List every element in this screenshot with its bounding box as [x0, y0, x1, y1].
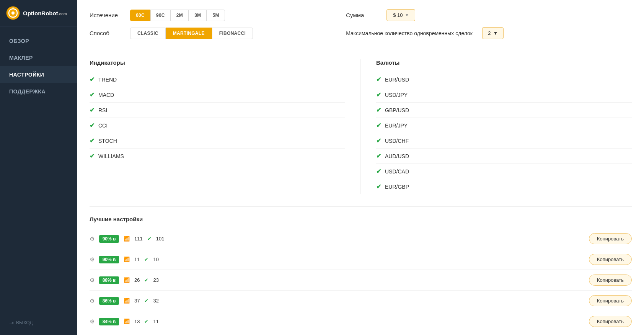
logout-icon: ⇥ — [9, 320, 14, 326]
check-icon-gbpusd: ✔ — [376, 106, 381, 114]
gear-icon-3[interactable]: ⚙ — [90, 277, 95, 284]
gear-icon-2[interactable]: ⚙ — [90, 256, 95, 263]
logout-button[interactable]: ⇥ ВЫХОД — [0, 314, 77, 331]
check-icon-row1: ✔ — [147, 236, 152, 242]
pct-badge-3: 88% в — [99, 276, 119, 284]
indicator-rsi-label: RSI — [98, 107, 107, 113]
expiry-btn-group: 60С 90С 2М 3М 5М — [130, 10, 225, 21]
method-classic[interactable]: CLASSIC — [130, 28, 166, 39]
max-deals-value: 2 — [488, 30, 491, 36]
check-icon-usdchf: ✔ — [376, 137, 381, 144]
bars-value-3: 26 — [134, 277, 140, 283]
expiry-group: Истечение 60С 90С 2М 3М 5М — [90, 9, 328, 21]
expiry-60s[interactable]: 60С — [130, 10, 150, 21]
sidebar-nav: ОБЗОР МАКЛЕР НАСТРОЙКИ ПОДДЕРЖКА — [0, 33, 77, 314]
sum-label: Сумма — [346, 12, 380, 18]
check-icon-eurgbp: ✔ — [376, 183, 381, 190]
copy-button-5[interactable]: Копировать — [589, 316, 632, 327]
sidebar-item-makler[interactable]: МАКЛЕР — [0, 49, 77, 66]
sidebar-item-obzor[interactable]: ОБЗОР — [0, 33, 77, 49]
expiry-90s[interactable]: 90С — [150, 10, 171, 21]
indicator-macd-label: MACD — [98, 92, 114, 98]
top-controls: Истечение 60С 90С 2М 3М 5М Сумма $ 10 ▼ — [90, 9, 632, 21]
copy-button-2[interactable]: Копировать — [589, 254, 632, 265]
checks-value-5: 11 — [153, 319, 158, 324]
separator-2 — [90, 206, 632, 207]
pct-badge-2: 90% в — [99, 256, 119, 263]
settings-row-2: ⚙ 90% в 📶 11 ✔ 10 Копировать — [90, 249, 632, 270]
indicator-trend-label: TREND — [98, 77, 117, 83]
indicator-williams-label: WILLIAMS — [98, 153, 124, 159]
sidebar-item-podderzhka[interactable]: ПОДДЕРЖКА — [0, 83, 77, 100]
check-icon-macd: ✔ — [90, 91, 95, 98]
currencies-section: Валюты ✔ EUR/USD ✔ USD/JPY ✔ GBP/USD ✔ E… — [361, 59, 632, 194]
checks-value-3: 23 — [153, 277, 158, 283]
copy-button-4[interactable]: Копировать — [589, 295, 632, 306]
expiry-5m[interactable]: 5М — [207, 10, 225, 21]
copy-button-3[interactable]: Копировать — [589, 275, 632, 286]
sidebar: OptionRobot.com ОБЗОР МАКЛЕР НАСТРОЙКИ П… — [0, 0, 77, 335]
gear-icon-5[interactable]: ⚙ — [90, 318, 95, 325]
method-martingale[interactable]: MARTINGALE — [166, 28, 212, 39]
copy-button-1[interactable]: Копировать — [589, 233, 632, 244]
separator-1 — [90, 50, 632, 50]
sum-button[interactable]: $ 10 ▼ — [386, 9, 415, 21]
method-controls: Способ CLASSIC MARTINGALE FIBONACCI Макс… — [90, 27, 632, 39]
method-label: Способ — [90, 30, 124, 36]
currency-eurjpy: ✔ EUR/JPY — [376, 118, 632, 133]
max-deals-group: Максимальное количество одновременных сд… — [346, 27, 632, 39]
currency-eurgbp: ✔ EUR/GBP — [376, 179, 632, 194]
currency-audusd-label: AUD/USD — [385, 153, 409, 159]
currency-gbpusd-label: GBP/USD — [385, 107, 409, 113]
expiry-2m[interactable]: 2М — [171, 10, 189, 21]
bar-icon-5: 📶 — [124, 319, 130, 324]
sum-arrow: ▼ — [405, 13, 409, 17]
currency-usdcad: ✔ USD/CAD — [376, 164, 632, 179]
pct-badge-5: 84% в — [99, 318, 119, 325]
check-icon-usdjpy: ✔ — [376, 91, 381, 98]
sidebar-item-nastrojki[interactable]: НАСТРОЙКИ — [0, 66, 77, 83]
check-icon-row4: ✔ — [144, 298, 148, 304]
currency-usdchf-label: USD/CHF — [385, 138, 409, 144]
gear-icon-1[interactable]: ⚙ — [90, 235, 95, 242]
max-deals-label: Максимальное количество одновременных сд… — [346, 30, 476, 36]
gear-icon-4[interactable]: ⚙ — [90, 297, 95, 304]
logo: OptionRobot.com — [0, 0, 77, 26]
sum-group: Сумма $ 10 ▼ — [346, 9, 632, 21]
check-icon-rsi: ✔ — [90, 106, 95, 114]
bar-icon-2: 📶 — [124, 257, 130, 262]
settings-row-3: ⚙ 88% в 📶 26 ✔ 23 Копировать — [90, 270, 632, 291]
check-icon-stoch: ✔ — [90, 137, 95, 144]
check-icon-eurjpy: ✔ — [376, 122, 381, 129]
currency-eurusd-label: EUR/USD — [385, 77, 409, 83]
method-btn-group: CLASSIC MARTINGALE FIBONACCI — [130, 28, 253, 39]
currency-audusd: ✔ AUD/USD — [376, 149, 632, 164]
currency-usdcad-label: USD/CAD — [385, 168, 409, 175]
logo-text: OptionRobot.com — [23, 10, 67, 16]
expiry-3m[interactable]: 3М — [189, 10, 207, 21]
currencies-title: Валюты — [376, 59, 632, 66]
svg-point-2 — [11, 11, 15, 15]
currency-eurgbp-label: EUR/GBP — [385, 184, 409, 190]
logout-label: ВЫХОД — [16, 320, 33, 325]
max-deals-button[interactable]: 2 ▼ — [482, 27, 504, 39]
currency-eurjpy-label: EUR/JPY — [385, 123, 408, 129]
main-content: Истечение 60С 90С 2М 3М 5М Сумма $ 10 ▼ … — [77, 0, 644, 335]
checks-value-4: 32 — [153, 298, 158, 304]
method-fibonacci[interactable]: FIBONACCI — [212, 28, 253, 39]
indicator-rsi: ✔ RSI — [90, 103, 345, 118]
settings-row-4: ⚙ 86% в 📶 37 ✔ 32 Копировать — [90, 291, 632, 311]
check-icon-audusd: ✔ — [376, 152, 381, 160]
indicator-trend: ✔ TREND — [90, 72, 345, 87]
indicator-cci: ✔ CCI — [90, 118, 345, 133]
logo-icon — [6, 6, 20, 20]
sum-value: $ 10 — [393, 12, 403, 18]
settings-row-5: ⚙ 84% в 📶 13 ✔ 11 Копировать — [90, 311, 632, 332]
currency-usdjpy: ✔ USD/JPY — [376, 87, 632, 103]
bar-icon-3: 📶 — [124, 277, 130, 283]
check-icon-usdcad: ✔ — [376, 168, 381, 175]
currency-usdchf: ✔ USD/CHF — [376, 133, 632, 149]
check-icon-row2: ✔ — [144, 257, 148, 262]
expiry-label: Истечение — [90, 12, 124, 18]
max-deals-arrow: ▼ — [493, 30, 498, 36]
